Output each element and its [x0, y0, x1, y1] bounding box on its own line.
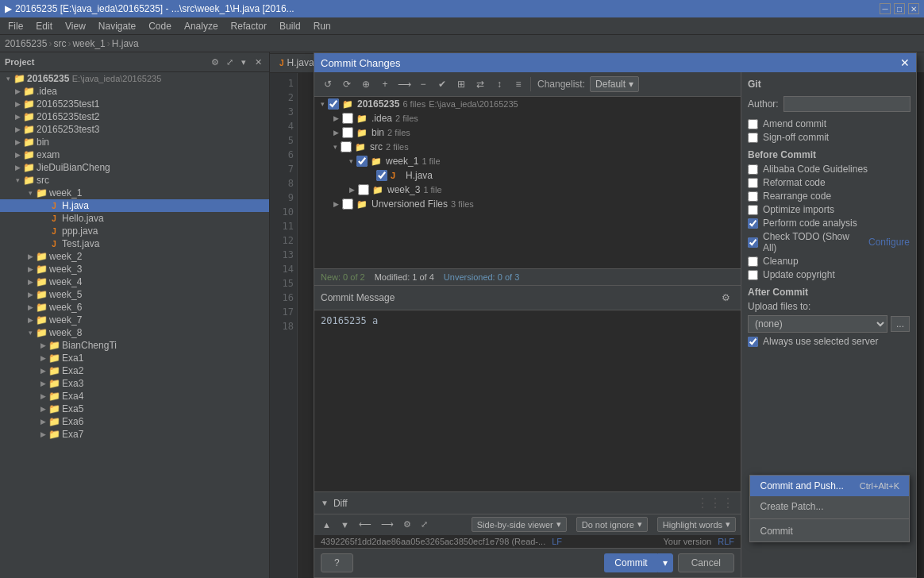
tree-item-idea[interactable]: ▶ 📁 .idea [0, 85, 269, 98]
upload-browse-button[interactable]: ... [891, 316, 910, 332]
tree-item-week3[interactable]: ▶ 📁 week_3 [0, 263, 269, 276]
window-controls[interactable]: ─ □ ✕ [880, 3, 919, 14]
reformat-checkbox[interactable] [748, 178, 758, 188]
tree-item-week4[interactable]: ▶ 📁 week_4 [0, 276, 269, 288]
diff-resize-handle[interactable]: ⋮⋮⋮ [696, 495, 734, 511]
tree-item-testjava[interactable]: J Test.java [0, 237, 269, 250]
update-copyright-checkbox[interactable] [748, 270, 758, 280]
diff-down-btn[interactable]: ▼ [337, 518, 352, 531]
tree-item-src[interactable]: ▾ 📁 src [0, 174, 269, 187]
maximize-button[interactable]: □ [894, 3, 905, 14]
sign-off-checkbox[interactable] [748, 133, 758, 143]
commit-message-settings[interactable]: ⚙ [717, 289, 734, 306]
tree-item-jieduibiancheng[interactable]: ▶ 📁 JieDuiBianCheng [0, 161, 269, 174]
root-checkbox[interactable] [328, 98, 339, 110]
panel-settings-btn[interactable]: ⚙ [209, 56, 221, 68]
tree-item-week2[interactable]: ▶ 📁 week_2 [0, 250, 269, 263]
tree-item-exa5[interactable]: ▶ 📁 Exa5 [0, 403, 269, 415]
commit-message-input[interactable]: 20165235 a [314, 310, 741, 491]
optimize-checkbox[interactable] [748, 205, 758, 215]
file-tree-week1[interactable]: ▾ 📁 week_1 1 file [314, 154, 741, 168]
upload-select[interactable]: (none) [748, 315, 887, 333]
refresh2-button[interactable]: ⟳ [338, 75, 356, 93]
tree-item-exa2[interactable]: ▶ 📁 Exa2 [0, 364, 269, 377]
idea-checkbox[interactable] [342, 113, 353, 124]
add-button[interactable]: ⊕ [357, 75, 375, 93]
cancel-button[interactable]: Cancel [678, 553, 734, 572]
file-tree-root[interactable]: ▾ 📁 20165235 6 files E:\java_ieda\201652… [314, 97, 741, 111]
minus-button[interactable]: − [414, 75, 432, 93]
tree-item-bin[interactable]: ▶ 📁 bin [0, 136, 269, 148]
sort-button[interactable]: ↕ [491, 75, 508, 93]
breadcrumb-part-2[interactable]: src [53, 38, 66, 49]
tree-item-week5[interactable]: ▶ 📁 week_5 [0, 288, 269, 301]
filter-button[interactable]: ⊞ [452, 75, 470, 93]
side-by-side-viewer-dropdown[interactable]: Side-by-side viewer ▾ [472, 517, 567, 532]
tree-item-exa3[interactable]: ▶ 📁 Exa3 [0, 377, 269, 390]
panel-close-btn[interactable]: ✕ [252, 56, 264, 68]
plus-button[interactable]: + [376, 75, 394, 93]
perform-analysis-checkbox[interactable] [748, 218, 758, 229]
rearrange-checkbox[interactable] [748, 191, 758, 202]
tree-item-week8[interactable]: ▾ 📁 week_8 [0, 326, 269, 339]
tree-item-test1[interactable]: ▶ 📁 20165235test1 [0, 98, 269, 110]
tree-item-week1[interactable]: ▾ 📁 week_1 [0, 187, 269, 199]
tree-item-test2[interactable]: ▶ 📁 20165235test2 [0, 110, 269, 123]
move-button[interactable]: ⟶ [395, 75, 413, 93]
commit-button[interactable]: Commit [604, 553, 656, 572]
bin-checkbox[interactable] [342, 127, 353, 138]
panel-collapse-btn[interactable]: ▾ [237, 56, 250, 68]
hjava-checkbox[interactable] [376, 170, 387, 181]
menu-analyze[interactable]: Analyze [178, 19, 225, 33]
file-tree-unversioned[interactable]: ▶ 📁 Unversioned Files 3 files [314, 197, 741, 211]
tree-item-exa7[interactable]: ▶ 📁 Exa7 [0, 428, 269, 441]
week3-checkbox[interactable] [358, 184, 369, 195]
breadcrumb-part-4[interactable]: H.java [112, 38, 139, 49]
menu-view[interactable]: View [59, 19, 92, 33]
unversioned-checkbox[interactable] [342, 198, 353, 210]
menu-build[interactable]: Build [273, 19, 307, 33]
tree-item-exa6[interactable]: ▶ 📁 Exa6 [0, 415, 269, 428]
menu-code[interactable]: Code [142, 19, 178, 33]
tree-item-exa4[interactable]: ▶ 📁 Exa4 [0, 390, 269, 403]
tree-item-test3[interactable]: ▶ 📁 20165253test3 [0, 123, 269, 136]
menu-refactor[interactable]: Refactor [225, 19, 273, 33]
tree-item-exa1[interactable]: ▶ 📁 Exa1 [0, 352, 269, 364]
close-button[interactable]: ✕ [908, 3, 919, 14]
src-checkbox[interactable] [341, 141, 352, 152]
create-patch-menu-item[interactable]: Create Patch... [750, 496, 909, 517]
diff-header[interactable]: ▼ Diff ⋮⋮⋮ [314, 492, 741, 514]
configure-link[interactable]: Configure [868, 237, 910, 248]
tree-root[interactable]: ▾ 📁 20165235 E:\java_ieda\20165235 [0, 72, 269, 85]
breadcrumb-part-1[interactable]: 20165235 [5, 38, 47, 49]
week1-checkbox[interactable] [356, 156, 368, 167]
tree-item-week7[interactable]: ▶ 📁 week_7 [0, 314, 269, 326]
commit-only-menu-item[interactable]: Commit [750, 521, 909, 541]
help-button[interactable]: ? [321, 553, 353, 572]
group-button[interactable]: ≡ [510, 75, 527, 93]
cleanup-checkbox[interactable] [748, 256, 758, 267]
ignore-dropdown[interactable]: Do not ignore ▾ [576, 517, 648, 532]
check-todo-checkbox[interactable] [748, 237, 758, 248]
amend-commit-checkbox[interactable] [748, 119, 758, 129]
refresh-button[interactable]: ↺ [319, 75, 337, 93]
breadcrumb-part-3[interactable]: week_1 [72, 38, 105, 49]
alibaba-checkbox[interactable] [748, 164, 758, 175]
tree-item-hjava[interactable]: J H.java [0, 199, 269, 212]
tree-item-bianchengti[interactable]: ▶ 📁 BianChengTi [0, 339, 269, 352]
commit-push-menu-item[interactable]: Commit and Push... Ctrl+Alt+K [750, 476, 909, 496]
file-tree-src[interactable]: ▾ 📁 src 2 files [314, 140, 741, 154]
tree-item-exam[interactable]: ▶ 📁 exam [0, 148, 269, 161]
menu-file[interactable]: File [2, 19, 29, 33]
diff-button[interactable]: ⇄ [472, 75, 489, 93]
diff-expand-btn[interactable]: ⤢ [418, 518, 431, 531]
file-tree-hjava[interactable]: J H.java [314, 168, 741, 183]
menu-navigate[interactable]: Navigate [92, 19, 142, 33]
diff-prev-btn[interactable]: ⟵ [356, 518, 375, 531]
always-use-checkbox[interactable] [748, 337, 758, 347]
highlight-dropdown[interactable]: Highlight words ▾ [657, 517, 736, 532]
diff-up-btn[interactable]: ▲ [319, 518, 334, 531]
menu-run[interactable]: Run [307, 19, 337, 33]
file-tree-idea[interactable]: ▶ 📁 .idea 2 files [314, 111, 741, 125]
git-author-input[interactable] [783, 96, 911, 112]
